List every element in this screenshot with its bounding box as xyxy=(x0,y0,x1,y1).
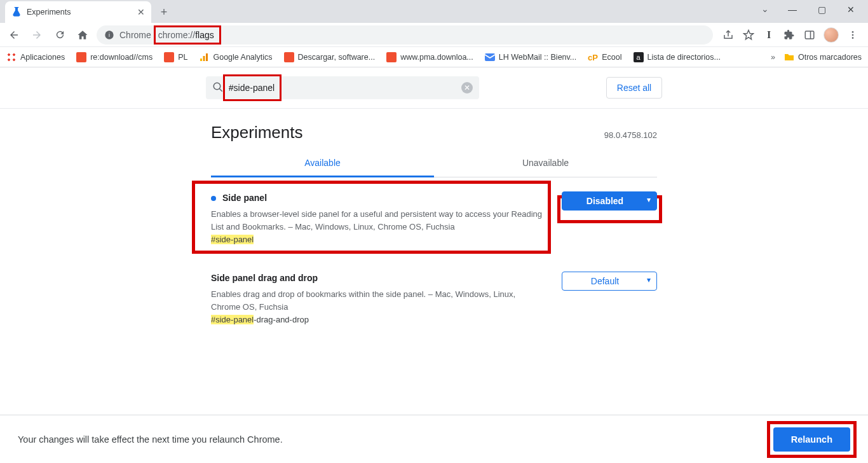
flag-row: Side panel Enables a browser-level side … xyxy=(211,177,657,258)
back-button[interactable] xyxy=(5,26,23,44)
tab-title: Experiments xyxy=(27,8,71,17)
serif-i-icon[interactable]: I xyxy=(763,29,775,41)
flag-description: Enables drag and drop of bookmarks withi… xyxy=(211,288,546,314)
search-icon xyxy=(212,81,224,93)
reset-all-button[interactable]: Reset all xyxy=(606,77,662,99)
bookmark-item[interactable]: LH WebMail :: Bienv... xyxy=(485,52,577,62)
svg-point-6 xyxy=(852,37,854,39)
svg-text:i: i xyxy=(109,31,110,38)
flask-icon xyxy=(11,7,22,17)
bookmarks-bar: Aplicaciones re:download//cms PL Google … xyxy=(0,47,868,67)
bookmark-item[interactable]: www.pma.downloa... xyxy=(386,52,473,62)
svg-rect-7 xyxy=(200,59,202,61)
extensions-icon[interactable] xyxy=(783,29,796,41)
bookmark-star-icon[interactable] xyxy=(742,29,755,41)
svg-point-5 xyxy=(852,34,854,36)
svg-point-12 xyxy=(214,83,220,90)
flag-title: Side panel xyxy=(211,191,546,205)
bookmark-item[interactable]: Google Analytics xyxy=(199,52,272,62)
url-label: Chrome xyxy=(119,30,151,40)
new-tab-button[interactable]: + xyxy=(155,3,173,21)
menu-icon[interactable] xyxy=(846,29,859,41)
bookmark-item[interactable]: Descargar, software... xyxy=(284,52,376,62)
relaunch-button[interactable]: Relaunch xyxy=(773,427,850,452)
svg-line-13 xyxy=(219,88,222,92)
flag-hash: #side-panel-drag-and-drop xyxy=(211,314,546,326)
flag-select-wrap: Disabled xyxy=(562,191,657,211)
modified-dot-icon xyxy=(211,196,216,201)
address-bar[interactable]: i Chrome chrome://flags xyxy=(97,25,713,45)
flag-tabs: Available Unavailable xyxy=(211,150,657,177)
window-minimize-button[interactable]: — xyxy=(778,0,807,19)
share-icon[interactable] xyxy=(722,29,735,41)
tab-strip: Experiments ✕ + ⌄ — ▢ ✕ xyxy=(0,0,868,23)
analytics-icon xyxy=(199,52,209,62)
bookmark-item[interactable]: PL xyxy=(164,52,187,62)
bookmark-item[interactable]: aLista de directorios... xyxy=(634,52,721,62)
flag-row: Side panel drag and drop Enables drag an… xyxy=(211,258,657,338)
svg-rect-10 xyxy=(485,53,495,61)
tab-dropdown-icon[interactable]: ⌄ xyxy=(761,4,769,14)
relaunch-message: Your changes will take effect the next t… xyxy=(18,434,283,445)
page-title: Experiments xyxy=(211,123,303,142)
svg-text:cP: cP xyxy=(588,53,598,62)
flag-title: Side panel drag and drop xyxy=(211,272,546,286)
apps-grid-icon xyxy=(6,52,17,62)
search-row: ✕ Reset all xyxy=(0,67,868,109)
site-info-icon: i xyxy=(104,30,114,40)
home-button[interactable] xyxy=(74,26,92,44)
flag-select-wrap: Default xyxy=(562,272,657,291)
flag-description: Enables a browser-level side panel for a… xyxy=(211,208,546,233)
relaunch-bar: Your changes will take effect the next t… xyxy=(0,415,868,463)
side-panel-icon[interactable] xyxy=(803,29,816,41)
tab-close-icon[interactable]: ✕ xyxy=(137,7,145,17)
reload-button[interactable] xyxy=(51,26,69,44)
forward-button[interactable] xyxy=(28,26,46,44)
toolbar-right: I xyxy=(718,27,863,43)
bookmark-item[interactable]: re:download//cms xyxy=(76,52,153,62)
browser-tab[interactable]: Experiments ✕ xyxy=(5,1,151,23)
profile-avatar[interactable] xyxy=(824,27,839,43)
svg-rect-9 xyxy=(206,53,208,61)
window-close-button[interactable]: ✕ xyxy=(836,0,865,19)
flags-search-input[interactable] xyxy=(206,76,479,99)
favicon-icon xyxy=(164,52,174,62)
cpanel-icon: cP xyxy=(588,52,598,62)
tab-available[interactable]: Available xyxy=(211,150,434,177)
search-clear-icon[interactable]: ✕ xyxy=(461,82,473,93)
flag-state-select[interactable]: Disabled xyxy=(562,191,657,211)
favicon-icon xyxy=(76,52,86,62)
browser-toolbar: i Chrome chrome://flags I xyxy=(0,23,868,47)
svg-rect-8 xyxy=(203,56,205,61)
mail-icon xyxy=(485,52,495,62)
url-highlight-box: chrome://flags xyxy=(154,25,221,45)
svg-point-4 xyxy=(852,31,854,33)
favicon-icon xyxy=(284,52,294,62)
page-content[interactable]: ✕ Reset all Experiments 98.0.4758.102 Av… xyxy=(0,67,868,415)
favicon-icon: a xyxy=(634,52,644,62)
folder-icon xyxy=(784,52,794,62)
window-maximize-button[interactable]: ▢ xyxy=(807,0,836,19)
version-text: 98.0.4758.102 xyxy=(604,130,657,140)
favicon-icon xyxy=(386,52,397,62)
tab-unavailable[interactable]: Unavailable xyxy=(434,150,657,177)
bookmark-item[interactable]: cPEcool xyxy=(588,52,621,62)
apps-shortcut[interactable]: Aplicaciones xyxy=(6,52,65,62)
bookmarks-overflow[interactable]: » xyxy=(771,53,775,62)
window-controls: — ▢ ✕ xyxy=(778,0,865,19)
svg-rect-2 xyxy=(805,31,814,39)
other-bookmarks[interactable]: Otros marcadores xyxy=(784,52,862,62)
flag-hash: #side-panel xyxy=(211,233,546,246)
flag-state-select[interactable]: Default xyxy=(562,272,657,291)
